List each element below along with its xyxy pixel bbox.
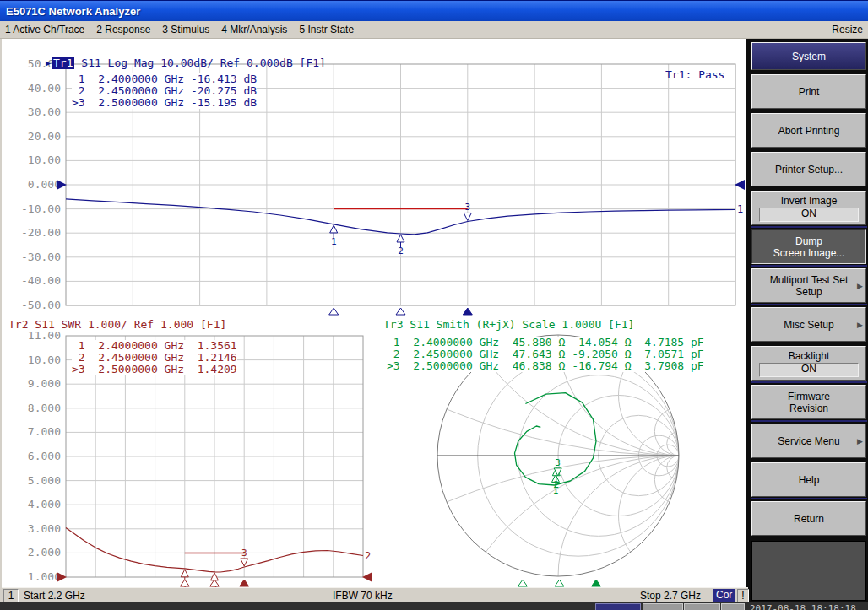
softkey-misc-setup[interactable]: Misc Setup▶: [751, 307, 866, 342]
marker-glyph[interactable]: 3: [464, 202, 471, 220]
softkey-label: Multiport Test Set Setup: [770, 274, 848, 298]
stimulus-marker: [555, 580, 564, 586]
softkey-label: Printer Setup...: [775, 164, 843, 175]
marker-readout-row: >3 2.5000000 GHz -15.195 dB: [72, 97, 257, 109]
trace-number-label: 2: [365, 550, 371, 562]
stimulus-marker: [329, 308, 339, 315]
softkey-help[interactable]: Help: [751, 462, 866, 497]
taskbar-strip: 2017-08-18 18:18:18: [0, 602, 868, 610]
softkey-multiport-test-set-setup[interactable]: Multiport Test Set Setup▶: [751, 268, 866, 303]
svg-text:4.000: 4.000: [28, 498, 61, 510]
softkey-menu-title: System: [751, 42, 866, 70]
correction-badge: Cor: [713, 589, 735, 602]
softkey-label: Invert Image: [781, 195, 838, 207]
svg-text:0.000: 0.000: [28, 178, 61, 191]
softkey-printer-setup[interactable]: Printer Setup...: [751, 152, 866, 186]
svg-text:3: 3: [241, 548, 247, 559]
trace3-header[interactable]: Tr3 S11 Smith (R+jX) Scale 1.000U [F1]: [383, 318, 634, 331]
sweep-stop-label: Stop 2.7 GHz: [640, 590, 701, 602]
submenu-arrow-icon: ▶: [857, 282, 863, 289]
marker-readout-row: 2 2.4500000 GHz -20.275 dB: [72, 85, 257, 97]
svg-text:11.00: 11.00: [28, 329, 61, 342]
marker-readout-row: 1 2.4000000 GHz 1.3561: [72, 340, 237, 352]
ref-level-indicator-left: [57, 572, 67, 582]
menu-item-3[interactable]: 3 Stimulus: [162, 24, 209, 35]
clock: 2017-08-18 18:18:18: [750, 603, 856, 610]
menu-item-5[interactable]: 5 Instr State: [299, 24, 354, 35]
trace2-marker-table: 1 2.4000000 GHz 1.3561 2 2.4500000 GHz 1…: [72, 340, 237, 375]
softkey-print[interactable]: Print: [751, 74, 866, 109]
taskbar-button[interactable]: [643, 603, 683, 610]
resize-button[interactable]: Resize: [832, 24, 863, 35]
svg-text:3.000: 3.000: [28, 522, 61, 535]
menu-item-1[interactable]: 1 Active Ch/Trace: [5, 24, 84, 35]
ref-level-indicator-right: [362, 572, 372, 582]
softkey-backlight[interactable]: BacklightON: [751, 346, 866, 381]
softkey-abort-printing[interactable]: Abort Printing: [751, 113, 866, 148]
svg-text:8.000: 8.000: [28, 402, 61, 414]
softkey-service-menu[interactable]: Service Menu▶: [751, 424, 866, 458]
instrument-screen: 50.0040.0030.0020.0010.000.000-10.00-20.…: [2, 39, 747, 587]
softkey-state-value: ON: [759, 363, 859, 377]
svg-text:2: 2: [398, 246, 404, 256]
stimulus-marker: [592, 580, 601, 586]
svg-text:1: 1: [331, 236, 337, 247]
softkey-return[interactable]: Return: [751, 501, 866, 536]
svg-text:-30.00: -30.00: [21, 251, 61, 263]
trace1-chip: Tr1: [52, 57, 74, 69]
ref-level-indicator-left: [57, 180, 67, 190]
stimulus-marker: [518, 580, 528, 586]
marker-readout-row: 2 2.4500000 GHz 1.2146: [72, 352, 237, 364]
trace1-marker-table: 1 2.4000000 GHz -16.413 dB 2 2.4500000 G…: [72, 73, 257, 109]
svg-text:-50.00: -50.00: [21, 299, 61, 311]
marker-readout-row: 1 2.4000000 GHz -16.413 dB: [72, 73, 257, 85]
svg-text:10.00: 10.00: [28, 154, 61, 166]
submenu-arrow-icon: ▶: [857, 321, 863, 328]
softkey-empty-area: [751, 541, 866, 601]
trace1-format-label: S11 Log Mag 10.00dB/ Ref 0.000dB [F1]: [81, 57, 326, 69]
svg-text:10.00: 10.00: [28, 354, 61, 366]
network-analyzer-window: E5071C Network Analyzer 1 Active Ch/Trac…: [0, 0, 868, 610]
stimulus-marker: [240, 580, 249, 586]
taskbar-button[interactable]: [721, 603, 745, 610]
alert-indicator: !: [737, 589, 749, 603]
softkey-label: Service Menu: [778, 435, 839, 447]
limit-test-result: Tr1: Pass: [665, 68, 724, 81]
svg-text:5.000: 5.000: [28, 474, 61, 487]
softkey-state-value: ON: [759, 208, 859, 222]
trace2-header[interactable]: Tr2 S11 SWR 1.000/ Ref 1.000 [F1]: [8, 318, 226, 331]
marker-readout-row: >3 2.5000000 GHz 1.4209: [72, 364, 237, 375]
ref-level-indicator-right: [735, 180, 745, 190]
softkey-invert-image[interactable]: Invert ImageON: [751, 191, 866, 225]
softkey-firmware-revision[interactable]: Firmware Revision: [751, 385, 866, 419]
active-trace-arrow-icon: ▶: [46, 58, 51, 67]
marker-glyph[interactable]: 2: [397, 235, 404, 256]
marker-readout-row: 2 2.4500000 GHz 47.643 Ω -9.2050 Ω 7.057…: [387, 348, 704, 360]
svg-text:1.000: 1.000: [28, 570, 61, 583]
svg-text:40.00: 40.00: [28, 82, 61, 94]
svg-text:3: 3: [555, 457, 561, 468]
svg-text:-10.00: -10.00: [21, 202, 61, 215]
svg-text:30.00: 30.00: [28, 105, 61, 118]
stimulus-marker: [396, 308, 405, 315]
svg-text:20.00: 20.00: [28, 130, 61, 143]
svg-text:2: 2: [554, 479, 560, 490]
menu-item-4[interactable]: 4 Mkr/Analysis: [221, 24, 287, 35]
marker-readout-row: 1 2.4000000 GHz 45.880 Ω -14.054 Ω 4.718…: [387, 337, 704, 348]
taskbar-button[interactable]: [684, 603, 720, 610]
marker-readout-row: >3 2.5000000 GHz 46.838 Ω -16.794 Ω 3.79…: [387, 360, 704, 372]
softkey-label: Abort Printing: [778, 125, 840, 137]
softkey-dump-screen-image[interactable]: Dump Screen Image...: [751, 229, 866, 264]
stimulus-marker: [463, 308, 472, 315]
submenu-arrow-icon: ▶: [857, 437, 863, 445]
menu-item-2[interactable]: 2 Response: [96, 24, 150, 35]
plots-canvas: 50.0040.0030.0020.0010.000.000-10.00-20.…: [2, 39, 746, 587]
marker-glyph[interactable]: 3: [241, 548, 248, 566]
softkey-label: Misc Setup: [784, 319, 833, 331]
softkey-label: Return: [794, 513, 824, 525]
svg-text:3: 3: [464, 202, 470, 213]
taskbar-button-active[interactable]: [595, 603, 641, 610]
marker-glyph[interactable]: 1: [330, 225, 338, 247]
softkey-label: Dump Screen Image...: [773, 235, 845, 259]
trace-number-label: 1: [737, 203, 743, 215]
